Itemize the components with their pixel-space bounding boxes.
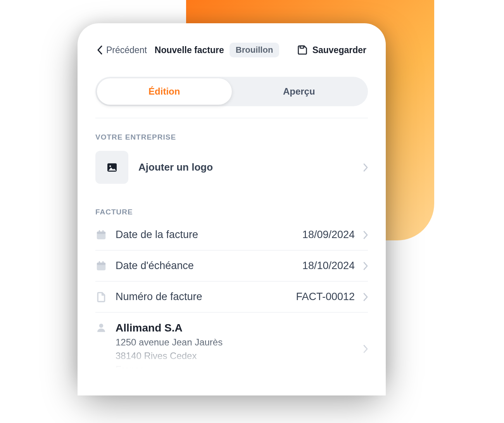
back-label: Précédent [106, 45, 147, 55]
row-label: Date d'échéance [116, 260, 294, 272]
tabs: Édition Aperçu [95, 77, 368, 106]
svg-rect-5 [99, 230, 100, 232]
svg-rect-9 [99, 261, 100, 263]
row-client[interactable]: Allimand S.A 1250 avenue Jean Jaurès 381… [95, 313, 368, 385]
client-address-line: 38140 Rives Cedex [116, 349, 355, 363]
client-name: Allimand S.A [116, 322, 355, 334]
add-logo-row[interactable]: Ajouter un logo [90, 142, 373, 193]
client-address-line: 1250 avenue Jean Jaurès [116, 336, 355, 349]
row-due-date[interactable]: Date d'échéance 18/10/2024 [95, 250, 368, 281]
svg-point-11 [99, 324, 104, 328]
svg-point-2 [109, 165, 111, 167]
tab-apercu[interactable]: Aperçu [232, 78, 367, 105]
svg-rect-0 [300, 46, 304, 48]
client-country: France [116, 363, 355, 376]
svg-rect-6 [102, 230, 104, 232]
image-icon [106, 161, 118, 174]
row-label: Numéro de facture [116, 291, 287, 303]
section-label-invoice: FACTURE [90, 193, 373, 216]
add-logo-label: Ajouter un logo [138, 161, 353, 173]
calendar-icon [95, 260, 107, 272]
chevron-right-icon [363, 163, 368, 172]
document-icon [95, 291, 107, 303]
header: Précédent Nouvelle facture Brouillon Sau… [90, 39, 373, 68]
status-badge: Brouillon [230, 43, 280, 57]
svg-rect-4 [97, 231, 106, 234]
chevron-right-icon [363, 293, 368, 301]
calendar-icon [95, 229, 107, 241]
row-value: FACT-00012 [296, 291, 355, 303]
client-details: Allimand S.A 1250 avenue Jean Jaurès 381… [116, 322, 355, 376]
back-button[interactable]: Précédent [97, 45, 147, 55]
tab-edition[interactable]: Édition [97, 78, 232, 105]
invoice-list: Date de la facture 18/09/2024 Date d'éch… [90, 216, 373, 385]
row-invoice-date[interactable]: Date de la facture 18/09/2024 [95, 219, 368, 250]
svg-rect-10 [102, 261, 104, 263]
chevron-right-icon [363, 262, 368, 270]
chevron-right-icon [363, 345, 368, 353]
section-label-company: VOTRE ENTREPRISE [90, 118, 373, 142]
chevron-left-icon [97, 45, 102, 55]
save-label: Sauvegarder [312, 45, 366, 55]
invoice-card: Précédent Nouvelle facture Brouillon Sau… [78, 23, 386, 388]
row-value: 18/10/2024 [302, 260, 355, 272]
row-value: 18/09/2024 [302, 229, 355, 241]
page-title: Nouvelle facture [155, 45, 224, 55]
chevron-right-icon [363, 231, 368, 239]
save-button[interactable]: Sauvegarder [297, 45, 366, 55]
row-label: Date de la facture [116, 229, 294, 241]
row-invoice-number[interactable]: Numéro de facture FACT-00012 [95, 281, 368, 313]
logo-placeholder [95, 151, 128, 184]
save-icon [297, 45, 308, 55]
person-icon [95, 322, 107, 333]
svg-rect-8 [97, 262, 106, 265]
